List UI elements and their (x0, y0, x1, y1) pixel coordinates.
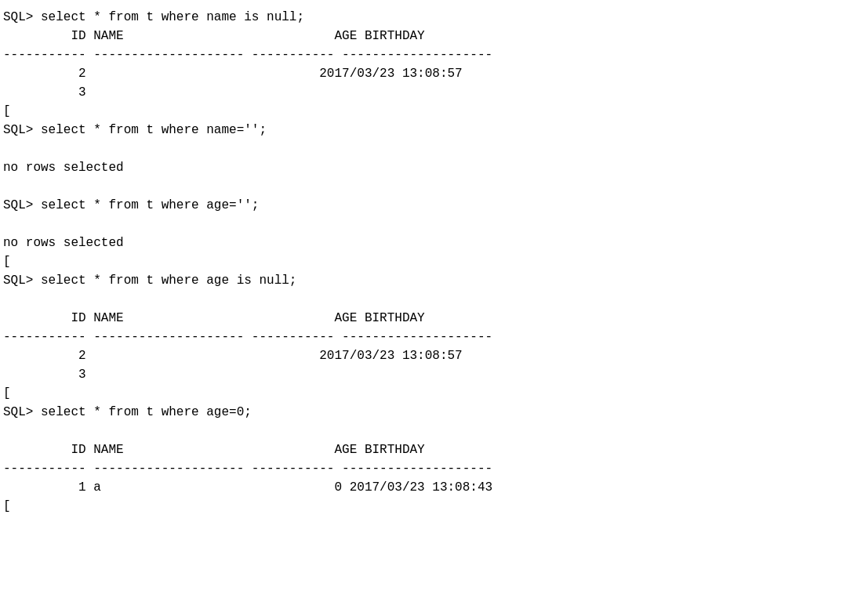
table-row-1-1: 2 2017/03/23 13:08:57 (0, 64, 861, 83)
sql-command-5: SQL> select * from t where age=0; (0, 403, 861, 422)
blank-4 (0, 290, 861, 309)
table-header-2: ID NAME AGE BIRTHDAY (0, 309, 861, 328)
blank-1 (0, 140, 861, 158)
table-separator-3: ----------- -------------------- -------… (0, 459, 861, 478)
table-row-2-2: 3 (0, 365, 861, 384)
table-header-3: ID NAME AGE BIRTHDAY (0, 440, 861, 459)
sql-command-3: SQL> select * from t where age=''; (0, 196, 861, 215)
blank-2 (0, 177, 861, 196)
table-separator-2: ----------- -------------------- -------… (0, 328, 861, 346)
table-separator-1: ----------- -------------------- -------… (0, 45, 861, 64)
no-rows-1: no rows selected (0, 158, 861, 177)
bracket-1: [ (0, 102, 861, 121)
table-row-1-2: 3 (0, 83, 861, 102)
sql-command-2: SQL> select * from t where name=''; (0, 121, 861, 140)
bracket-4: [ (0, 497, 861, 516)
table-row-3-1: 1 a 0 2017/03/23 13:08:43 (0, 478, 861, 497)
sql-command-4: SQL> select * from t where age is null; (0, 271, 861, 290)
sql-command-1: SQL> select * from t where name is null; (0, 8, 861, 27)
no-rows-2: no rows selected (0, 234, 861, 252)
bracket-3: [ (0, 384, 861, 403)
table-row-2-1: 2 2017/03/23 13:08:57 (0, 346, 861, 365)
terminal-output: SQL> select * from t where name is null;… (0, 8, 861, 516)
blank-3 (0, 215, 861, 234)
bracket-2: [ (0, 252, 861, 271)
table-header-1: ID NAME AGE BIRTHDAY (0, 27, 861, 45)
blank-5 (0, 422, 861, 440)
